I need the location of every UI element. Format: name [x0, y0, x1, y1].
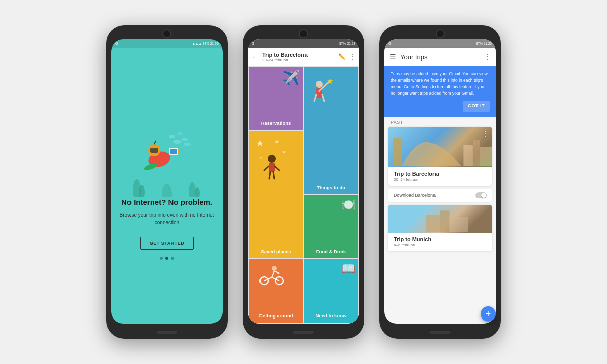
barcelona-card-dates: 20–24 februari: [394, 177, 487, 182]
svg-rect-38: [249, 259, 294, 287]
google-icon: G: [115, 42, 118, 46]
dot-1: [160, 257, 163, 260]
grid-cell-thingstodo[interactable]: Things to do: [304, 67, 358, 194]
phone-3-screen: G 87% 21:26 ☰ Your trips ⋮ Trips may be …: [384, 39, 496, 324]
phone-2: G 87% 21:28 ← Trip to Barcelona 20–24 fe…: [243, 25, 364, 339]
needtoknow-icon: 📖: [341, 262, 355, 276]
svg-point-7: [181, 138, 188, 141]
download-label: Download Barcelona: [394, 193, 436, 198]
svg-point-21: [316, 81, 323, 88]
getting-around-illustration: [249, 259, 294, 287]
status-bar-right-1: ▲▲▲ 88% 21:26: [192, 42, 219, 46]
toolbar-2: ← Trip to Barcelona 20–24 februari ✏️ ⋮: [248, 48, 359, 66]
status-bar-3: G 87% 21:26: [384, 39, 496, 48]
get-started-button[interactable]: GET STARTED: [140, 237, 194, 250]
more-menu-icon[interactable]: ⋮: [484, 53, 491, 61]
thingstodo-label: Things to do: [317, 185, 345, 190]
toolbar-title-2: Trip to Barcelona 20–24 februari: [262, 52, 335, 62]
phone-2-screen: G 87% 21:28 ← Trip to Barcelona 20–24 fe…: [248, 39, 359, 324]
battery-text: 88% 21:26: [203, 42, 219, 46]
notification-text: Trips may be added from your Gmail. You …: [391, 71, 488, 96]
svg-rect-47: [393, 138, 402, 166]
fooddrink-icon: 🍽️: [341, 198, 355, 211]
status-bar-right-3: 87% 21:26: [476, 42, 492, 46]
hamburger-menu[interactable]: ☰: [389, 53, 396, 61]
barcelona-card-info: Trip to Barcelona 20–24 februari: [388, 167, 492, 186]
svg-rect-50: [480, 147, 492, 166]
munich-card-info: Trip to Munich 4–6 februari: [388, 233, 492, 251]
barcelona-image: ⋮: [388, 127, 492, 167]
edit-icon[interactable]: ✏️: [338, 53, 346, 60]
trip-card-barcelona[interactable]: ⋮ Trip to Barcelona: [388, 127, 492, 186]
status-bar-left-2: G: [252, 42, 254, 46]
status-bar-right-2: 87% 21:28: [339, 42, 355, 46]
svg-point-32: [268, 155, 276, 163]
svg-line-37: [273, 172, 274, 179]
munich-card-dates: 4–6 februari: [394, 243, 487, 247]
barcelona-card-title: Trip to Barcelona: [394, 171, 487, 177]
trip-dates: 20–24 februari: [262, 58, 335, 62]
svg-text:★: ★: [274, 138, 280, 145]
svg-text:★: ★: [259, 155, 263, 160]
svg-rect-19: [170, 149, 177, 154]
status-bar-1: G ▲▲▲ 88% 21:26: [111, 39, 223, 48]
toolbar-3: ☰ Your trips ⋮: [384, 48, 496, 66]
dot-2: [165, 257, 168, 260]
munich-image: [388, 205, 492, 233]
past-section-label: Past: [384, 117, 496, 127]
trip-name: Trip to Barcelona: [262, 52, 335, 58]
download-row: Download Barcelona: [388, 189, 492, 202]
download-toggle[interactable]: [475, 192, 487, 198]
trip-card-munich[interactable]: Trip to Munich 4–6 februari: [388, 205, 492, 251]
google-icon-3: G: [388, 42, 391, 46]
barcelona-illustration: [388, 127, 492, 167]
grid-cell-fooddrink[interactable]: 🍽️ Food & Drink: [304, 195, 358, 258]
svg-text:★: ★: [256, 139, 264, 148]
phone-1-content: No Internet? No problem. Browse your tri…: [111, 48, 223, 324]
phone-1: G ▲▲▲ 88% 21:26: [106, 25, 228, 339]
phone-3: G 87% 21:26 ☰ Your trips ⋮ Trips may be …: [379, 25, 501, 339]
signal-icon: ▲▲▲: [192, 42, 202, 46]
reservations-label: Reservations: [261, 120, 291, 126]
more-icon[interactable]: ⋮: [349, 53, 355, 60]
needtoknow-label: Need to know: [316, 313, 347, 318]
svg-rect-33: [269, 163, 275, 172]
saved-places-illustration: ★ ★ ★ ★: [249, 131, 294, 187]
trip-grid: ✈️ Reservations Things to do: [248, 66, 359, 324]
toolbar-icons: ✏️ ⋮: [338, 53, 355, 60]
svg-line-36: [269, 172, 270, 179]
dot-3: [171, 257, 174, 260]
savedplaces-label: Saved places: [261, 249, 291, 254]
svg-rect-52: [426, 215, 440, 231]
back-button[interactable]: ←: [252, 53, 259, 61]
svg-rect-53: [440, 210, 450, 232]
fooddrink-label: Food & Drink: [316, 249, 346, 254]
trips-list: Past ⋮: [384, 117, 496, 324]
svg-point-9: [184, 143, 191, 146]
pagination-dots: [160, 257, 174, 260]
status-bar-left-1: G: [115, 42, 118, 46]
svg-rect-49: [473, 140, 480, 166]
svg-point-6: [173, 140, 181, 144]
got-it-button[interactable]: GOT IT: [463, 101, 490, 112]
status-bar-left-3: G: [388, 42, 391, 46]
google-icon-2: G: [252, 42, 254, 46]
munich-illustration: [388, 205, 492, 233]
diver-illustration: [126, 111, 207, 197]
notification-banner: Trips may be added from your Gmail. You …: [384, 66, 496, 117]
grid-cell-reservations[interactable]: ✈️ Reservations: [249, 67, 303, 130]
svg-point-8: [169, 135, 175, 138]
grid-cell-savedplaces[interactable]: ★ ★ ★ ★ Saved places: [249, 131, 303, 258]
reservations-icon: ✈️: [282, 70, 300, 86]
grid-cell-needtoknow[interactable]: 📖 Need to know: [304, 259, 358, 323]
things-to-do-illustration: [304, 67, 339, 112]
battery-text-3: 87% 21:26: [476, 42, 492, 46]
svg-text:★: ★: [282, 149, 286, 155]
grid-cell-gettingaround[interactable]: Getting around: [249, 259, 303, 323]
svg-rect-13: [150, 148, 158, 153]
svg-rect-48: [463, 145, 473, 166]
status-bar-2: G 87% 21:28: [248, 39, 359, 48]
gettingaround-label: Getting around: [258, 313, 293, 318]
fab-button[interactable]: +: [481, 306, 496, 322]
battery-text-2: 87% 21:28: [339, 42, 355, 46]
